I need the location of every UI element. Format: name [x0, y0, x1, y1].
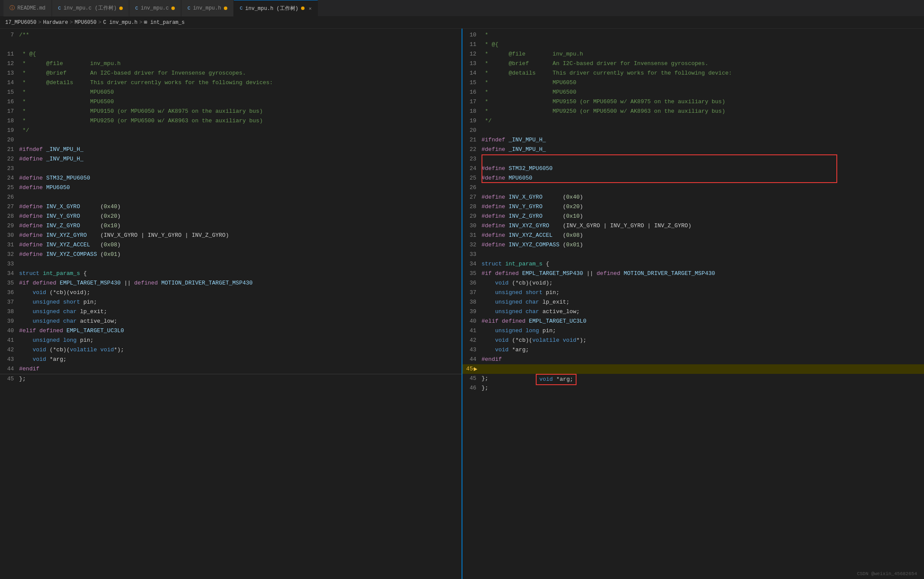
- breadcrumb-sep2: >: [70, 20, 73, 26]
- line-7: 7 /**: [0, 30, 462, 40]
- breadcrumb-part3[interactable]: MPU6050: [75, 20, 96, 26]
- line-17: 17 * MPU9150 (or MPU6050 w/ AK8975 on th…: [0, 107, 462, 116]
- r-line-28: 28 #define INV_Y_GYRO (0x20): [462, 202, 924, 212]
- r-line-20: 20: [462, 126, 924, 135]
- line-15: 15 * MPU6050: [0, 88, 462, 97]
- modified-dot3: [224, 7, 227, 10]
- r-line-30: 30 #define INV_XYZ_GYRO (INV_X_GYRO | IN…: [462, 221, 924, 231]
- tab-bar: ⓘ README.md C inv_mpu.c (工作树) C inv_mpu.…: [0, 0, 924, 16]
- breadcrumb-sep1: >: [38, 20, 41, 26]
- r-line-36: 36 void (*cb)(void);: [462, 278, 924, 288]
- line-35: 35 #if defined EMPL_TARGET_MSP430 || def…: [0, 278, 462, 288]
- tab-inv-mpu-c[interactable]: C inv_mpu.c: [129, 0, 181, 16]
- r-line-27: 27 #define INV_X_GYRO (0x40): [462, 193, 924, 202]
- r-line-23: 23: [462, 154, 924, 164]
- line-19: 19 */: [0, 126, 462, 135]
- line-44: 44 #endif: [0, 364, 462, 374]
- line-39: 39 unsigned char active_low;: [0, 317, 462, 326]
- r-line-35: 35 #if defined EMPL_TARGET_MSP430 || def…: [462, 269, 924, 278]
- line-14: 14 * @details This driver currently work…: [0, 78, 462, 88]
- breadcrumb-part4[interactable]: C inv_mpu.h: [103, 20, 138, 26]
- r-line-16: 16 * MPU6500: [462, 88, 924, 97]
- r-line-34: 34 struct int_param_s {: [462, 259, 924, 269]
- watermark: CSDN @weixin_45682654: [857, 571, 917, 576]
- r-line-38: 38 unsigned char lp_exit;: [462, 298, 924, 307]
- r-line-40: 40 #elif defined EMPL_TARGET_UC3L0: [462, 317, 924, 326]
- tab-readme[interactable]: ⓘ README.md: [3, 0, 52, 16]
- modified-dot4: [301, 7, 305, 10]
- line-11: 11 * @{: [0, 49, 462, 59]
- breadcrumb-part2[interactable]: Hardware: [43, 20, 68, 26]
- close-tab-icon[interactable]: ✕: [309, 6, 312, 11]
- r-line-24: 24 #define STM32_MPU6050: [462, 164, 924, 173]
- line-23: 23: [0, 164, 462, 173]
- arrow-icon: ▶: [474, 364, 477, 374]
- r-line-14: 14 * @details This driver currently work…: [462, 69, 924, 78]
- tab-inv-mpu-h-label: inv_mpu.h: [193, 5, 221, 11]
- line-31: 31 #define INV_XYZ_ACCEL (0x08): [0, 240, 462, 250]
- h-file-icon: C: [187, 6, 190, 11]
- r-line-11: 11 * @{: [462, 40, 924, 49]
- line-33: 33: [0, 259, 462, 269]
- tab-inv-mpu-c-work[interactable]: C inv_mpu.c (工作树): [52, 0, 129, 16]
- line-26: 26: [0, 193, 462, 202]
- line-16: 16 * MPU6500: [0, 97, 462, 107]
- r-line-21: 21 #ifndef _INV_MPU_H_: [462, 135, 924, 145]
- r-line-37: 37 unsigned short pin;: [462, 288, 924, 298]
- line-12: 12 * @file inv_mpu.h: [0, 59, 462, 69]
- line-21: 21 #ifndef _INV_MPU_H_: [0, 145, 462, 154]
- c-file-icon: C: [58, 6, 61, 11]
- r-line-43: 43 void *arg;: [462, 345, 924, 355]
- r-line-10: 10 *: [462, 30, 924, 40]
- line-24: 24 #define STM32_MPU6050: [0, 173, 462, 183]
- tab-inv-mpu-c-work-label: inv_mpu.c (工作树): [63, 4, 116, 12]
- c-file-icon2: C: [135, 6, 138, 11]
- line-27: 27 #define INV_X_GYRO (0x40): [0, 202, 462, 212]
- line-41: 41 unsigned long pin;: [0, 336, 462, 345]
- highlighted-code: void *arg;: [536, 374, 577, 385]
- modified-dot2: [171, 7, 175, 10]
- r-line-31: 31 #define INV_XYZ_ACCEL (0x08): [462, 231, 924, 240]
- right-editor-pane: 10 * 11 * @{ 12 * @file inv_mpu.h 13: [462, 29, 924, 579]
- line-40: 40 #elif defined EMPL_TARGET_UC3L0: [0, 326, 462, 336]
- line-28: 28 #define INV_Y_GYRO (0x20): [0, 212, 462, 221]
- right-code-lines: 10 * 11 * @{ 12 * @file inv_mpu.h 13: [462, 29, 924, 579]
- red-box-section: 23 24 #define STM32_MPU6050 25 #define M…: [462, 154, 924, 183]
- r-line-32: 32 #define INV_XYZ_COMPASS (0x01): [462, 240, 924, 250]
- r-line-44: 44 #endif: [462, 355, 924, 364]
- left-code-area: 7 /** 11 * @{ 12 * @file inv_mpu.h: [0, 29, 462, 579]
- line-22: 22 #define _INV_MPU_H_: [0, 154, 462, 164]
- r-line-41: 41 unsigned long pin;: [462, 326, 924, 336]
- breadcrumb: 17_MPU6050 > Hardware > MPU6050 > C inv_…: [0, 16, 924, 29]
- r-line-33: 33: [462, 250, 924, 259]
- r-line-42: 42 void (*cb)(volatile void*);: [462, 336, 924, 345]
- tab-inv-mpu-c-label: inv_mpu.c: [141, 5, 169, 11]
- right-code-area: 10 * 11 * @{ 12 * @file inv_mpu.h 13: [462, 29, 924, 579]
- h-file-icon2: C: [240, 6, 243, 11]
- r-line-45plus: 45+ ▶ void *arg;: [462, 364, 924, 374]
- line-blank1: [0, 40, 462, 49]
- breadcrumb-sep4: >: [139, 20, 142, 26]
- tab-readme-label: README.md: [17, 5, 46, 11]
- line-34: 34 struct int_param_s {: [0, 269, 462, 278]
- line-45-close: 45 };: [0, 374, 462, 383]
- line-42: 42 void (*cb)(volatile void*);: [0, 345, 462, 355]
- line-32: 32 #define INV_XYZ_COMPASS (0x01): [0, 250, 462, 259]
- tab-inv-mpu-h[interactable]: C inv_mpu.h: [181, 0, 233, 16]
- line-29: 29 #define INV_Z_GYRO (0x10): [0, 221, 462, 231]
- line-13: 13 * @brief An I2C-based driver for Inve…: [0, 69, 462, 78]
- r-line-12: 12 * @file inv_mpu.h: [462, 49, 924, 59]
- line-20: 20: [0, 135, 462, 145]
- r-line-26: 26: [462, 183, 924, 193]
- r-line-22: 22 #define _INV_MPU_H_: [462, 145, 924, 154]
- line-43: 43 void *arg;: [0, 355, 462, 364]
- line-30: 30 #define INV_XYZ_GYRO (INV_X_GYRO | IN…: [0, 231, 462, 240]
- left-editor-pane: 7 /** 11 * @{ 12 * @file inv_mpu.h: [0, 29, 462, 579]
- r-line-13: 13 * @brief An I2C-based driver for Inve…: [462, 59, 924, 69]
- line-25: 25 #define MPU6050: [0, 183, 462, 193]
- r-line-25: 25 #define MPU6050: [462, 173, 924, 183]
- r-line-18: 18 * MPU9250 (or MPU6500 w/ AK8963 on th…: [462, 107, 924, 116]
- tab-inv-mpu-h-work[interactable]: C inv_mpu.h (工作树) ✕: [234, 0, 318, 16]
- r-line-39: 39 unsigned char active_low;: [462, 307, 924, 317]
- breadcrumb-part1[interactable]: 17_MPU6050: [5, 20, 36, 26]
